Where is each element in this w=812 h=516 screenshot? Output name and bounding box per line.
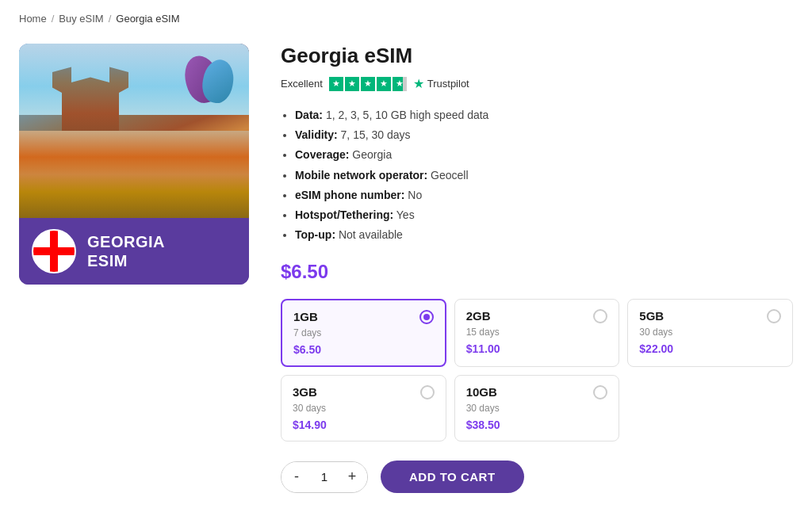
plan-1gb-validity: 7 days (293, 327, 434, 338)
cart-row: - 1 + ADD TO CART (281, 461, 793, 493)
product-image-footer: GEORGIA ESIM (19, 218, 249, 285)
breadcrumb-sep-2: / (109, 13, 112, 25)
feature-validity: Validity: 7, 15, 30 days (295, 125, 793, 145)
plan-5gb-price: $22.00 (639, 342, 781, 355)
plan-2gb-data: 2GB (466, 309, 491, 323)
trustpilot-text: Trustpilot (427, 78, 469, 90)
star-2: ★ (345, 77, 359, 91)
features-list: Data: 1, 2, 3, 5, 10 GB high speed data … (281, 105, 793, 245)
feature-topup: Top-up: Not available (295, 225, 793, 245)
star-5: ★ (393, 77, 407, 91)
quantity-increase-button[interactable]: + (337, 462, 367, 492)
plan-1gb-data: 1GB (293, 310, 318, 323)
star-1: ★ (329, 77, 343, 91)
plan-card-2gb-header: 2GB (466, 309, 608, 323)
plan-10gb-radio[interactable] (593, 385, 607, 399)
plan-2gb-validity: 15 days (466, 327, 608, 338)
trustpilot-logo: ★ Trustpilot (413, 76, 469, 91)
breadcrumb-current: Georgia eSIM (116, 13, 179, 25)
feature-data: Data: 1, 2, 3, 5, 10 GB high speed data (295, 105, 793, 125)
product-info: Georgia eSIM Excellent ★ ★ ★ ★ ★ ★ Trust… (281, 44, 793, 493)
plan-card-1gb[interactable]: 1GB 7 days $6.50 (281, 299, 446, 367)
plan-5gb-data: 5GB (639, 309, 664, 323)
plan-3gb-validity: 30 days (293, 403, 435, 414)
breadcrumb-buy-esim[interactable]: Buy eSIM (59, 13, 103, 25)
star-4: ★ (377, 77, 391, 91)
plan-card-10gb[interactable]: 10GB 30 days $38.50 (454, 375, 620, 441)
product-layout: GEORGIA ESIM Georgia eSIM Excellent ★ ★ … (19, 44, 793, 493)
plan-10gb-validity: 30 days (466, 403, 608, 414)
plan-card-3gb-header: 3GB (293, 385, 435, 399)
plan-1gb-price: $6.50 (293, 343, 434, 356)
trustpilot-star-icon: ★ (413, 76, 424, 91)
plan-card-5gb[interactable]: 5GB 30 days $22.00 (627, 299, 793, 367)
breadcrumb-sep-1: / (52, 13, 55, 25)
feature-coverage: Coverage: Georgia (295, 145, 793, 165)
plan-3gb-data: 3GB (293, 385, 317, 399)
quantity-value: 1 (312, 470, 337, 484)
plan-grid: 1GB 7 days $6.50 2GB 15 days $11.00 (281, 299, 793, 441)
feature-phone-number: eSIM phone number: No (295, 185, 793, 205)
plan-card-1gb-header: 1GB (293, 310, 434, 324)
plan-card-2gb[interactable]: 2GB 15 days $11.00 (454, 299, 620, 367)
add-to-cart-button[interactable]: ADD TO CART (381, 461, 524, 493)
plan-10gb-data: 10GB (466, 385, 497, 399)
plan-5gb-validity: 30 days (639, 327, 781, 338)
plan-2gb-price: $11.00 (466, 342, 608, 355)
star-3: ★ (361, 77, 375, 91)
quantity-decrease-button[interactable]: - (282, 462, 312, 492)
plan-2gb-radio[interactable] (593, 309, 607, 323)
georgia-flag (32, 229, 76, 273)
plan-card-5gb-header: 5GB (639, 309, 781, 323)
product-image: GEORGIA ESIM (19, 44, 249, 285)
plan-3gb-radio[interactable] (420, 385, 435, 399)
plan-1gb-radio[interactable] (419, 310, 434, 324)
plan-card-10gb-header: 10GB (466, 385, 608, 399)
feature-operator: Mobile network operator: Geocell (295, 166, 793, 185)
plan-10gb-price: $38.50 (466, 419, 608, 431)
trustpilot-row: Excellent ★ ★ ★ ★ ★ ★ Trustpilot (281, 76, 793, 91)
plan-5gb-radio[interactable] (767, 309, 781, 323)
breadcrumb-home[interactable]: Home (19, 13, 47, 25)
trustpilot-stars: ★ ★ ★ ★ ★ (329, 77, 407, 91)
balloon-decoration (186, 55, 233, 115)
trustpilot-label: Excellent (281, 78, 323, 90)
breadcrumb: Home / Buy eSIM / Georgia eSIM (19, 13, 793, 25)
plan-3gb-price: $14.90 (293, 419, 435, 431)
feature-hotspot: Hotspot/Tethering: Yes (295, 205, 793, 225)
product-price: $6.50 (281, 261, 793, 283)
plan-card-3gb[interactable]: 3GB 30 days $14.90 (281, 375, 446, 441)
product-image-title: GEORGIA ESIM (87, 232, 165, 270)
product-photo (19, 44, 249, 218)
quantity-stepper[interactable]: - 1 + (281, 461, 368, 493)
product-title: Georgia eSIM (281, 44, 793, 68)
